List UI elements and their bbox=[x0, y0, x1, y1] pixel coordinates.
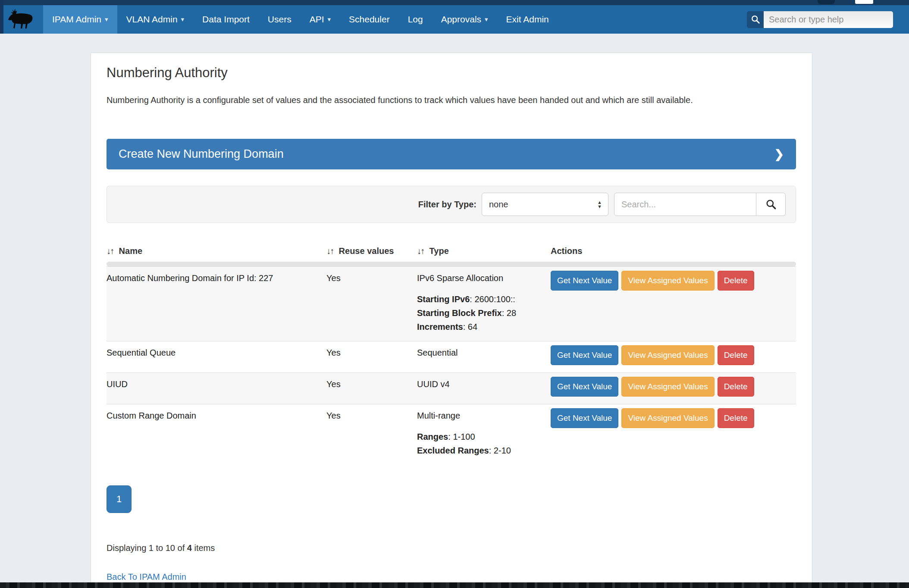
cell-type: IPv6 Sparse Allocation Starting IPv6: 26… bbox=[417, 267, 551, 341]
cell-name: Automatic Numbering Domain for IP Id: 22… bbox=[107, 267, 326, 341]
caret-down-icon: ▾ bbox=[105, 16, 108, 23]
table-row: Sequential Queue Yes Sequential Get Next… bbox=[107, 341, 796, 372]
view-assigned-values-button[interactable]: View Assigned Values bbox=[621, 408, 714, 428]
cell-actions: Get Next Value View Assigned Values Dele… bbox=[551, 404, 796, 465]
nav-item-label: VLAN Admin bbox=[126, 14, 178, 25]
nav-item-vlan-admin[interactable]: VLAN Admin ▾ bbox=[117, 5, 194, 34]
caret-down-icon: ▾ bbox=[485, 16, 488, 23]
table-row: UIUD Yes UUID v4 Get Next Value View Ass… bbox=[107, 372, 796, 404]
cell-reuse: Yes bbox=[326, 404, 417, 465]
table-search-button[interactable] bbox=[756, 193, 786, 216]
caret-down-icon: ▾ bbox=[328, 16, 331, 23]
browser-top-strip bbox=[0, 0, 909, 5]
cell-name: UIUD bbox=[107, 373, 326, 404]
page-description: Numbering Authority is a configurable se… bbox=[107, 95, 796, 105]
get-next-value-button[interactable]: Get Next Value bbox=[551, 408, 618, 428]
chevron-right-icon: ❯ bbox=[774, 147, 784, 161]
navbar-search bbox=[747, 5, 893, 34]
cell-name: Sequential Queue bbox=[107, 341, 326, 372]
type-details: Starting IPv6: 2600:100:: Starting Block… bbox=[417, 292, 546, 334]
view-assigned-values-button[interactable]: View Assigned Values bbox=[621, 345, 714, 365]
select-spinner-icon: ▲▼ bbox=[597, 200, 602, 209]
table-header-divider bbox=[107, 262, 796, 266]
nav-item-label: Approvals bbox=[441, 14, 481, 25]
nav-item-log[interactable]: Log bbox=[399, 5, 432, 34]
detail-line: Excluded Ranges: 2-10 bbox=[417, 444, 546, 457]
cell-actions: Get Next Value View Assigned Values Dele… bbox=[551, 341, 796, 372]
filter-panel: Filter by Type: none ▲▼ bbox=[107, 186, 796, 223]
caret-down-icon: ▾ bbox=[181, 16, 185, 23]
detail-line: Starting IPv6: 2600:100:: bbox=[417, 292, 546, 306]
cell-reuse: Yes bbox=[326, 267, 417, 341]
nav-item-scheduler[interactable]: Scheduler bbox=[340, 5, 399, 34]
column-header-reuse-values[interactable]: ↓↑ Reuse values bbox=[326, 246, 417, 256]
table-search-input[interactable] bbox=[614, 193, 756, 216]
filter-by-type-label: Filter by Type: bbox=[418, 200, 476, 210]
column-header-name[interactable]: ↓↑ Name bbox=[107, 246, 326, 256]
window-left-edge bbox=[0, 0, 3, 34]
desktop-wallpaper-strip bbox=[0, 582, 909, 588]
view-assigned-values-button[interactable]: View Assigned Values bbox=[621, 271, 714, 291]
cell-reuse: Yes bbox=[326, 373, 417, 404]
search-icon[interactable] bbox=[747, 11, 764, 28]
numbering-authority-card: Numbering Authority Numbering Authority … bbox=[91, 53, 812, 588]
create-button-label: Create New Numbering Domain bbox=[119, 147, 284, 161]
cell-actions: Get Next Value View Assigned Values Dele… bbox=[551, 267, 796, 341]
nav-item-api[interactable]: API ▾ bbox=[301, 5, 340, 34]
get-next-value-button[interactable]: Get Next Value bbox=[551, 271, 618, 291]
detail-line: Starting Block Prefix: 28 bbox=[417, 306, 546, 320]
get-next-value-button[interactable]: Get Next Value bbox=[551, 377, 618, 397]
cell-type: Sequential bbox=[417, 341, 551, 372]
create-new-numbering-domain-button[interactable]: Create New Numbering Domain ❯ bbox=[107, 139, 796, 169]
nav-item-label: Data Import bbox=[202, 14, 250, 25]
delete-button[interactable]: Delete bbox=[718, 345, 754, 365]
table-header-row: ↓↑ Name ↓↑ Reuse values ↓↑ Type Actions bbox=[107, 246, 796, 262]
delete-button[interactable]: Delete bbox=[718, 408, 754, 428]
nav-item-label: Users bbox=[268, 14, 292, 25]
nav-item-label: IPAM Admin bbox=[52, 14, 101, 25]
cell-reuse: Yes bbox=[326, 341, 417, 372]
sort-icon: ↓↑ bbox=[107, 246, 113, 256]
navbar: IPAM Admin ▾ VLAN Admin ▾ Data Import Us… bbox=[0, 5, 909, 34]
nav-item-label: Exit Admin bbox=[506, 14, 549, 25]
nav-item-label: Scheduler bbox=[349, 14, 390, 25]
nav-item-data-import[interactable]: Data Import bbox=[193, 5, 259, 34]
type-filter-value: none bbox=[489, 200, 508, 210]
column-header-actions: Actions bbox=[551, 246, 796, 256]
help-search-input[interactable] bbox=[764, 11, 893, 28]
results-summary: Displaying 1 to 10 of 4 items bbox=[107, 543, 796, 553]
page-title: Numbering Authority bbox=[107, 65, 796, 81]
cell-type: Multi-range Ranges: 1-100 Excluded Range… bbox=[417, 404, 551, 465]
cell-name: Custom Range Domain bbox=[107, 404, 326, 465]
nav-item-approvals[interactable]: Approvals ▾ bbox=[432, 5, 497, 34]
column-header-type[interactable]: ↓↑ Type bbox=[417, 246, 551, 256]
table-row: Automatic Numbering Domain for IP Id: 22… bbox=[107, 266, 796, 341]
type-details: Ranges: 1-100 Excluded Ranges: 2-10 bbox=[417, 430, 546, 457]
nav-item-ipam-admin[interactable]: IPAM Admin ▾ bbox=[43, 5, 117, 34]
browser-tab-artifact-white bbox=[855, 0, 873, 4]
table-row: Custom Range Domain Yes Multi-range Rang… bbox=[107, 404, 796, 465]
sort-icon: ↓↑ bbox=[417, 246, 424, 256]
detail-line: Ranges: 1-100 bbox=[417, 430, 546, 444]
pagination: 1 bbox=[107, 485, 796, 513]
pagination-page-1[interactable]: 1 bbox=[107, 485, 132, 513]
cell-type: UUID v4 bbox=[417, 373, 551, 404]
delete-button[interactable]: Delete bbox=[718, 271, 754, 291]
brand-logo[interactable] bbox=[0, 5, 43, 34]
delete-button[interactable]: Delete bbox=[718, 377, 754, 397]
nav-item-exit-admin[interactable]: Exit Admin bbox=[497, 5, 558, 34]
back-to-ipam-admin-link[interactable]: Back To IPAM Admin bbox=[107, 572, 186, 582]
nav-item-label: Log bbox=[408, 14, 423, 25]
detail-line: Increments: 64 bbox=[417, 320, 546, 334]
type-filter-select[interactable]: none ▲▼ bbox=[482, 193, 608, 216]
search-icon bbox=[765, 199, 777, 210]
view-assigned-values-button[interactable]: View Assigned Values bbox=[621, 377, 714, 397]
nav-item-users[interactable]: Users bbox=[259, 5, 301, 34]
get-next-value-button[interactable]: Get Next Value bbox=[551, 345, 618, 365]
nav-item-label: API bbox=[310, 14, 324, 25]
moose-icon bbox=[8, 7, 35, 31]
browser-tab-artifact bbox=[818, 0, 835, 4]
sort-icon: ↓↑ bbox=[326, 246, 333, 256]
cell-actions: Get Next Value View Assigned Values Dele… bbox=[551, 373, 796, 404]
numbering-domains-table: ↓↑ Name ↓↑ Reuse values ↓↑ Type Actions … bbox=[107, 246, 796, 465]
